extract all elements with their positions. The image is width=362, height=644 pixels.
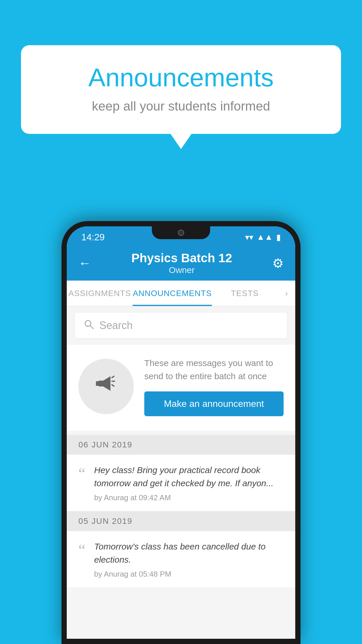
header-subtitle: Owner [131, 265, 232, 275]
tab-tests[interactable]: TESTS [212, 281, 278, 306]
announcement-text-1: Hey class! Bring your practical record b… [94, 463, 284, 490]
battery-icon: ▮ [276, 232, 281, 242]
bubble-subtitle: keep all your students informed [44, 99, 318, 113]
announcement-prompt-card: These are messages you want to send to t… [67, 345, 295, 431]
announcement-item-2[interactable]: “ Tomorrow's class has been cancelled du… [67, 531, 295, 588]
megaphone-circle [78, 359, 134, 414]
announcement-content-2: Tomorrow's class has been cancelled due … [94, 540, 284, 579]
status-icons: ▾▾ ▲▲ ▮ [245, 232, 281, 242]
speech-bubble-section: Announcements keep all your students inf… [21, 45, 341, 134]
make-announcement-button[interactable]: Make an announcement [144, 391, 284, 416]
search-placeholder: Search [99, 319, 133, 332]
phone-screen: 14:29 ▾▾ ▲▲ ▮ ← Physics Batch 12 Owner ⚙… [67, 226, 295, 639]
search-icon [84, 319, 94, 332]
camera [178, 230, 184, 236]
wifi-icon: ▾▾ [245, 232, 253, 242]
svg-line-6 [112, 385, 114, 386]
quote-icon-2: “ [78, 542, 85, 558]
phone-frame: 14:29 ▾▾ ▲▲ ▮ ← Physics Batch 12 Owner ⚙… [61, 221, 301, 644]
header-center: Physics Batch 12 Owner [131, 251, 232, 275]
svg-line-4 [112, 376, 114, 378]
svg-rect-3 [96, 381, 99, 386]
megaphone-icon [93, 370, 119, 402]
date-separator-2: 05 JUN 2019 [67, 511, 295, 531]
speech-bubble: Announcements keep all your students inf… [21, 45, 341, 134]
tabs-bar: ASSIGNMENTS ANNOUNCEMENTS TESTS › [67, 281, 295, 306]
announcement-meta-1: by Anurag at 09:42 AM [94, 493, 284, 502]
status-time: 14:29 [81, 232, 105, 243]
app-header: ← Physics Batch 12 Owner ⚙ [67, 246, 295, 281]
svg-line-1 [90, 326, 93, 329]
settings-icon[interactable]: ⚙ [272, 256, 284, 271]
announcement-text-2: Tomorrow's class has been cancelled due … [94, 540, 284, 566]
content-area: Search These are m [67, 306, 295, 639]
announcement-content-1: Hey class! Bring your practical record b… [94, 463, 284, 502]
prompt-text-area: These are messages you want to send to t… [144, 356, 284, 416]
back-button[interactable]: ← [78, 256, 91, 270]
search-bar[interactable]: Search [75, 313, 287, 338]
announcement-meta-2: by Anurag at 05:48 PM [94, 570, 284, 579]
bubble-title: Announcements [44, 63, 318, 92]
tab-assignments[interactable]: ASSIGNMENTS [67, 281, 133, 306]
header-title: Physics Batch 12 [131, 251, 232, 265]
signal-icon: ▲▲ [257, 232, 273, 242]
date-separator-1: 06 JUN 2019 [67, 435, 295, 455]
svg-marker-2 [99, 376, 110, 391]
prompt-description: These are messages you want to send to t… [144, 356, 284, 383]
quote-icon-1: “ [78, 466, 85, 482]
phone-notch [152, 226, 210, 239]
announcement-item-1[interactable]: “ Hey class! Bring your practical record… [67, 455, 295, 511]
tab-more[interactable]: › [278, 281, 295, 306]
tab-announcements[interactable]: ANNOUNCEMENTS [133, 281, 212, 306]
